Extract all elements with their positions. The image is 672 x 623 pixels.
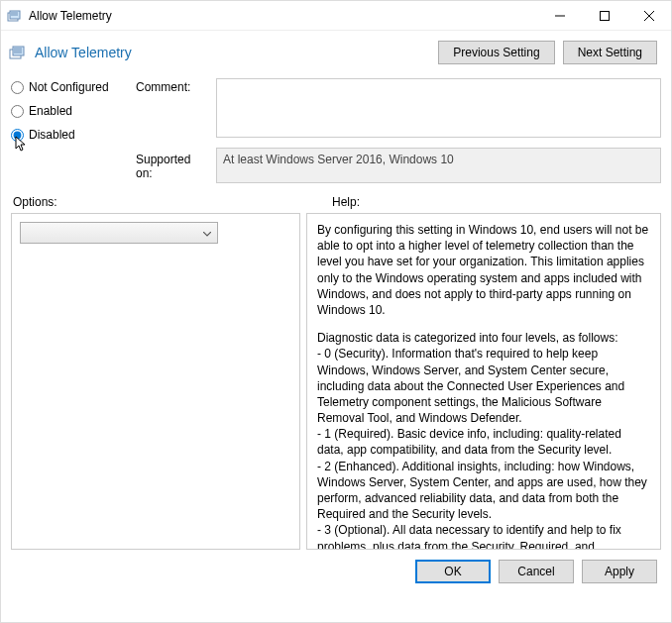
next-setting-button[interactable]: Next Setting — [563, 41, 657, 64]
radio-not-configured[interactable]: Not Configured — [11, 80, 130, 94]
close-button[interactable] — [626, 1, 671, 30]
policy-icon — [9, 44, 27, 61]
app-icon — [7, 8, 23, 24]
apply-button[interactable]: Apply — [582, 560, 657, 583]
supported-label: Supported on: — [136, 151, 210, 180]
previous-setting-button[interactable]: Previous Setting — [438, 41, 554, 64]
header: Allow Telemetry Previous Setting Next Se… — [1, 31, 671, 74]
maximize-button[interactable] — [582, 1, 626, 30]
window-controls — [537, 1, 671, 30]
options-pane — [11, 213, 300, 550]
help-level-1: - 1 (Required). Basic device info, inclu… — [317, 426, 650, 458]
minimize-button[interactable] — [537, 1, 582, 30]
page-title: Allow Telemetry — [35, 45, 430, 60]
radio-label: Enabled — [29, 104, 72, 118]
radio-disabled[interactable]: Disabled — [11, 128, 130, 142]
ok-button[interactable]: OK — [415, 560, 491, 583]
help-level-2: - 2 (Enhanced). Additional insights, inc… — [317, 459, 650, 523]
radio-not-configured-input[interactable] — [11, 81, 24, 94]
cancel-button[interactable]: Cancel — [499, 560, 574, 583]
panes: By configuring this setting in Windows 1… — [1, 213, 671, 550]
options-label: Options: — [13, 195, 332, 209]
options-dropdown[interactable] — [20, 222, 218, 244]
comment-input[interactable] — [216, 78, 661, 138]
comment-label: Comment: — [136, 78, 210, 94]
help-paragraph: By configuring this setting in Windows 1… — [317, 222, 650, 318]
split-labels: Options: Help: — [1, 191, 671, 213]
radio-enabled-input[interactable] — [11, 105, 24, 118]
footer: OK Cancel Apply — [1, 550, 671, 593]
config-grid: Not Configured Enabled Disabled Comment:… — [1, 74, 671, 191]
help-level-0: - 0 (Security). Information that's requi… — [317, 346, 650, 426]
svg-rect-5 — [600, 11, 609, 20]
radio-disabled-input[interactable] — [11, 129, 24, 142]
radio-label: Not Configured — [29, 80, 109, 94]
state-radio-group: Not Configured Enabled Disabled — [11, 78, 130, 142]
titlebar: Allow Telemetry — [1, 1, 671, 31]
supported-on-value: At least Windows Server 2016, Windows 10 — [216, 148, 661, 183]
help-level-3: - 3 (Optional). All data necessary to id… — [317, 522, 650, 550]
radio-label: Disabled — [29, 128, 75, 142]
window-title: Allow Telemetry — [29, 9, 537, 23]
help-label: Help: — [332, 195, 360, 209]
chevron-down-icon — [203, 228, 211, 239]
help-paragraph: Diagnostic data is categorized into four… — [317, 330, 650, 346]
help-pane[interactable]: By configuring this setting in Windows 1… — [306, 213, 661, 550]
radio-enabled[interactable]: Enabled — [11, 104, 130, 118]
